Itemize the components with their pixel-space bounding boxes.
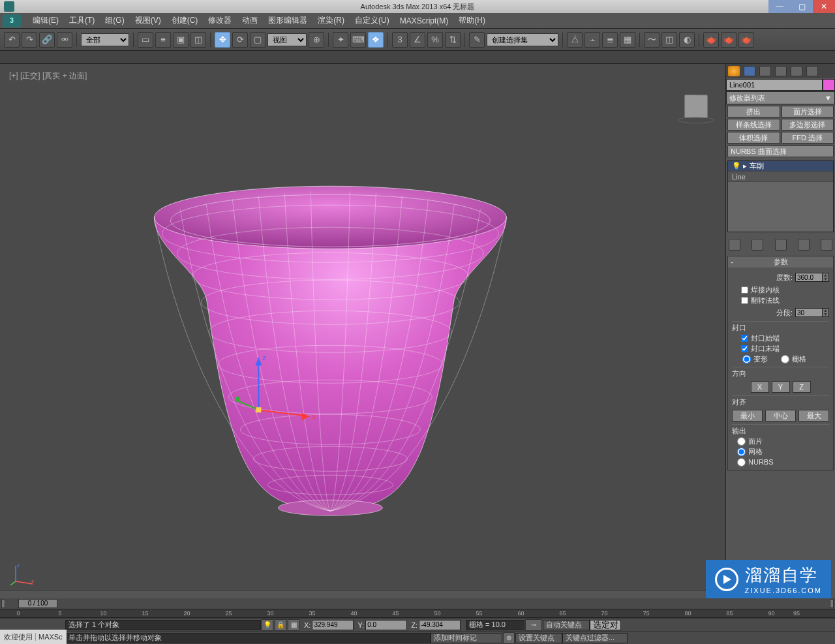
mod-btn-poly-select[interactable]: 多边形选择 (782, 119, 834, 130)
spinner-snap-button[interactable]: ⇅ (445, 32, 461, 48)
weld-core-checkbox[interactable] (741, 286, 748, 294)
layer-manager-button[interactable]: ≣ (602, 32, 618, 48)
motion-tab-icon[interactable] (775, 66, 787, 76)
graphite-button[interactable]: ▦ (620, 32, 635, 48)
percent-snap-button[interactable]: % (427, 32, 443, 48)
schematic-view-button[interactable]: ◫ (661, 32, 677, 48)
cup-object[interactable]: z x (128, 155, 532, 522)
snap-3d-button[interactable]: 3 (392, 32, 408, 48)
setkey-button[interactable]: 设置关键点 (515, 633, 562, 643)
link-button[interactable]: 🔗 (39, 32, 55, 48)
render-setup-button[interactable]: 🫖 (703, 32, 719, 48)
mod-btn-patch-select[interactable]: 面片选择 (782, 106, 834, 117)
modifier-stack[interactable]: 💡 ▸ 车削 Line (727, 161, 834, 232)
pivot-button[interactable]: ⊕ (309, 32, 324, 48)
setkey-large-button[interactable]: ⊕ (503, 632, 515, 644)
welcome-tab[interactable]: 欢迎使用 (4, 632, 33, 642)
display-tab-icon[interactable] (791, 66, 802, 76)
select-button[interactable]: ▭ (138, 32, 153, 48)
menu-customize[interactable]: 自定义(U) (350, 13, 395, 28)
menu-animation[interactable]: 动画 (237, 13, 263, 28)
remove-modifier-icon[interactable] (798, 239, 810, 251)
create-tab-icon[interactable] (728, 66, 740, 76)
pin-stack-icon[interactable] (729, 239, 740, 251)
time-slider[interactable]: 0 / 100 (18, 599, 57, 608)
flip-normals-checkbox[interactable] (741, 297, 748, 304)
modifier-list-select[interactable]: 修改器列表▼ (726, 91, 835, 104)
out-nurbs-radio[interactable] (737, 458, 746, 467)
menu-help[interactable]: 帮助(H) (453, 13, 491, 28)
selection-region-button[interactable]: ▣ (173, 32, 189, 48)
viewport-label[interactable]: [+] [正交] [真实 + 边面] (9, 70, 87, 82)
cap-grid-radio[interactable] (781, 355, 789, 363)
configure-sets-icon[interactable] (821, 239, 832, 251)
time-ruler[interactable]: 051015 20253035 40455055 60657075 808590… (0, 609, 835, 618)
menu-create[interactable]: 创建(C) (166, 13, 204, 28)
angle-snap-button[interactable]: ∠ (410, 32, 425, 48)
redo-button[interactable]: ↷ (22, 32, 37, 48)
view-cube[interactable] (673, 87, 719, 126)
material-editor-button[interactable]: ◐ (679, 32, 695, 48)
viewcube-ring-icon[interactable] (678, 117, 714, 123)
mod-btn-spline-select[interactable]: 样条线选择 (727, 119, 780, 130)
lock-icon[interactable]: 🔒 (275, 619, 286, 631)
selected-only-select[interactable] (590, 620, 621, 630)
minimize-button[interactable]: — (768, 0, 791, 13)
abs-rel-icon[interactable]: ▦ (288, 619, 299, 631)
stack-item-line[interactable]: Line (728, 172, 833, 182)
out-mesh-radio[interactable] (737, 448, 746, 456)
time-slider-left-arrow[interactable] (1, 599, 5, 608)
selection-filter-select[interactable]: 全部 (81, 33, 129, 46)
menu-group[interactable]: 组(G) (100, 13, 129, 28)
object-name-input[interactable] (726, 79, 823, 91)
object-color-swatch[interactable] (823, 79, 835, 91)
add-time-tag-button[interactable]: 添加时间标记 (431, 633, 502, 643)
menu-maxscript[interactable]: MAXScript(M) (395, 14, 454, 27)
utilities-tab-icon[interactable] (806, 66, 818, 76)
menu-edit[interactable]: 编辑(E) (27, 13, 64, 28)
edit-named-sel-button[interactable]: ✎ (469, 32, 485, 48)
dir-z-button[interactable]: Z (793, 381, 811, 393)
align-center-button[interactable]: 中心 (765, 410, 796, 422)
viewcube-shape-icon[interactable] (684, 95, 708, 118)
undo-button[interactable]: ↶ (4, 32, 20, 48)
manipulate-button[interactable]: ✦ (333, 32, 348, 48)
cap-morph-radio[interactable] (742, 355, 751, 363)
close-button[interactable]: ✕ (813, 0, 835, 13)
degrees-spinner[interactable]: ▲▼ (795, 273, 829, 282)
menu-tools[interactable]: 工具(T) (64, 13, 100, 28)
lock-selection-icon[interactable]: 💡 (262, 619, 273, 631)
align-button[interactable]: ⫠ (584, 32, 600, 48)
menu-views[interactable]: 视图(V) (130, 13, 166, 28)
stack-item-lathe[interactable]: 💡 ▸ 车削 (728, 161, 833, 172)
z-coord-input[interactable] (419, 620, 461, 630)
keyboard-shortcut-button[interactable]: ⌨ (350, 32, 366, 48)
time-slider-right-arrow[interactable] (830, 599, 834, 608)
snap-toggle-button[interactable]: ❖ (368, 32, 384, 48)
y-coord-input[interactable] (365, 620, 407, 630)
rotate-button[interactable]: ⟳ (232, 32, 248, 48)
window-crossing-button[interactable]: ◫ (190, 32, 206, 48)
hierarchy-tab-icon[interactable] (759, 66, 771, 76)
product-logo[interactable]: 3 (3, 14, 21, 27)
align-min-button[interactable]: 最小 (732, 410, 763, 422)
mod-btn-nurbs-select[interactable]: NURBS 曲面选择 (727, 146, 834, 157)
x-coord-input[interactable] (312, 620, 354, 630)
key-filters-button[interactable]: 关键点过滤器... (562, 633, 628, 643)
menu-modifiers[interactable]: 修改器 (203, 13, 237, 28)
align-max-button[interactable]: 最大 (798, 410, 829, 422)
named-selection-set[interactable]: 创建选择集 (487, 33, 558, 46)
select-by-name-button[interactable]: ≡ (155, 32, 171, 48)
ref-coord-select[interactable]: 视图 (267, 33, 307, 46)
make-unique-icon[interactable] (775, 239, 787, 251)
render-button[interactable]: 🫖 (738, 32, 754, 48)
mod-btn-extrude[interactable]: 挤出 (727, 106, 780, 117)
rendered-frame-button[interactable]: 🫖 (721, 32, 736, 48)
menu-graph-editors[interactable]: 图形编辑器 (263, 13, 312, 28)
dir-y-button[interactable]: Y (772, 381, 790, 393)
maximize-button[interactable]: ▢ (791, 0, 813, 13)
scale-button[interactable]: ▢ (250, 32, 266, 48)
mirror-button[interactable]: ⧊ (567, 32, 583, 48)
maxscript-tab[interactable]: MAXSc (35, 633, 63, 641)
rollout-params-header[interactable]: -参数 (728, 256, 833, 268)
